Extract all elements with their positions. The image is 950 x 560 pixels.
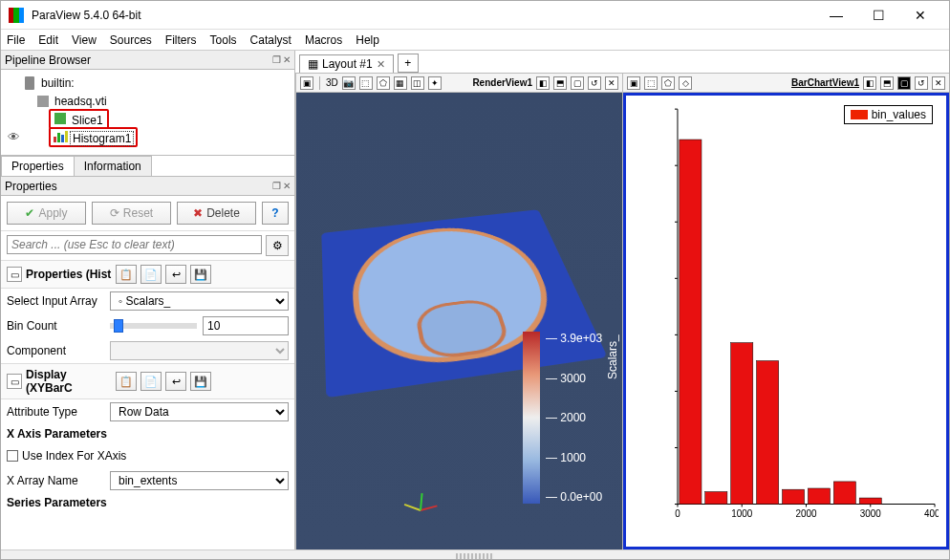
orientation-axes-icon[interactable]	[401, 483, 440, 521]
menu-macros[interactable]: Macros	[305, 33, 342, 47]
select-frustum-icon[interactable]: ◫	[411, 76, 424, 90]
section-properties-header[interactable]: ▭ Properties (Hist 📋 📄 ↩ 💾	[1, 260, 294, 289]
select-poly-icon[interactable]: ⬠	[377, 76, 390, 90]
panel-float-icon[interactable]: ❐	[272, 54, 281, 65]
svg-rect-30	[731, 343, 753, 505]
select-point-icon[interactable]: ✦	[428, 76, 442, 90]
menu-sources[interactable]: Sources	[110, 33, 152, 47]
gear-icon: ⚙	[272, 239, 283, 252]
search-options-button[interactable]: ⚙	[266, 235, 289, 256]
menu-help[interactable]: Help	[356, 33, 379, 47]
bin-count-input[interactable]	[203, 316, 289, 335]
save-button[interactable]: 💾	[190, 265, 211, 284]
tab-information[interactable]: Information	[74, 156, 152, 176]
use-index-checkbox[interactable]: Use Index For XAxis	[7, 449, 126, 463]
panel-close-icon[interactable]: ✕	[283, 54, 291, 65]
legend-swatch	[851, 110, 868, 119]
svg-rect-31	[757, 361, 779, 505]
maximize-icon[interactable]: ▢	[897, 76, 911, 90]
attribute-type-row: Attribute Type Row Data	[1, 399, 294, 424]
svg-text:4000: 4000	[924, 508, 939, 519]
render-view: ▣ 3D 📷 ⬚ ⬠ ▦ ◫ ✦ RenderView1 ◧ ⬒ ▢ ↺ ✕	[295, 74, 622, 549]
pipeline-item-builtin[interactable]: builtin:	[5, 74, 291, 92]
maximize-icon[interactable]: ▢	[571, 76, 584, 90]
attribute-type-dropdown[interactable]: Row Data	[110, 402, 289, 421]
menu-catalyst[interactable]: Catalyst	[250, 33, 291, 47]
panel-float-icon[interactable]: ❐	[272, 181, 281, 191]
pipeline-item-headsq[interactable]: headsq.vti	[5, 92, 291, 110]
layout-tabbar: ▦ Layout #1 ✕ +	[295, 51, 949, 74]
colorbar-gradient	[523, 332, 540, 504]
split-v-icon[interactable]: ⬒	[880, 76, 894, 90]
component-dropdown[interactable]	[110, 341, 289, 360]
collapse-icon[interactable]: ▭	[7, 267, 22, 282]
svg-rect-32	[782, 489, 804, 504]
save-button[interactable]: 💾	[190, 372, 211, 391]
pipeline-item-histogram1[interactable]: 👁 Histogram1	[5, 128, 291, 146]
deselect-icon[interactable]: ◇	[679, 76, 692, 90]
copy-button[interactable]: 📋	[116, 372, 137, 391]
close-view-icon[interactable]: ✕	[932, 76, 945, 90]
window-close-button[interactable]: ✕	[899, 2, 941, 29]
split-h-icon[interactable]: ◧	[536, 76, 550, 90]
paste-button[interactable]: 📄	[140, 265, 162, 284]
close-view-icon[interactable]: ✕	[605, 76, 618, 90]
chart-legend: bin_values	[844, 105, 933, 124]
delete-button[interactable]: ✖Delete	[177, 202, 256, 225]
camera-icon[interactable]: 📷	[342, 76, 356, 90]
window-minimize-button[interactable]: —	[815, 2, 857, 29]
select-icon[interactable]: ⬚	[359, 76, 373, 90]
render-canvas[interactable]: 3.9e+03 3000 2000 1000 0.0e+00 Scalars_	[296, 93, 622, 549]
close-icon[interactable]: ✕	[377, 58, 385, 71]
menu-tools[interactable]: Tools	[210, 33, 237, 47]
menu-file[interactable]: File	[7, 33, 25, 47]
pipeline-tree: builtin: headsq.vti Slice1 👁 Histogram1	[1, 70, 294, 150]
window-maximize-button[interactable]: ☐	[857, 2, 899, 29]
visibility-eye-icon[interactable]: 👁	[5, 130, 22, 144]
panel-close-icon[interactable]: ✕	[283, 181, 291, 191]
x-array-name-dropdown[interactable]: bin_extents	[110, 471, 289, 490]
select-rect-icon[interactable]: ⬚	[644, 76, 658, 90]
split-h-icon[interactable]: ◧	[863, 76, 876, 90]
section-display-header[interactable]: ▭ Display (XYBarC 📋 📄 ↩ 💾	[1, 363, 294, 399]
splitter-grip-icon[interactable]	[456, 553, 494, 559]
reset-button[interactable]: ⟳Reset	[92, 202, 171, 225]
restore-button[interactable]: ↩	[165, 265, 186, 284]
tab-properties[interactable]: Properties	[1, 156, 75, 176]
cube-icon	[53, 111, 68, 126]
pipeline-browser-panel: Pipeline Browser ❐✕ builtin: headsq.vti …	[1, 51, 294, 156]
restore-icon[interactable]: ↺	[588, 76, 601, 90]
menu-filters[interactable]: Filters	[165, 33, 197, 47]
apply-button[interactable]: ✔Apply	[7, 202, 86, 225]
menu-view[interactable]: View	[72, 33, 97, 47]
menu-edit[interactable]: Edit	[38, 33, 58, 47]
copy-button[interactable]: 📋	[116, 265, 137, 284]
svg-text:2000: 2000	[796, 508, 817, 519]
split-v-icon[interactable]: ⬒	[553, 76, 567, 90]
select-block-icon[interactable]: ▦	[394, 76, 407, 90]
pick-icon[interactable]: ▣	[627, 76, 640, 90]
properties-search-input[interactable]	[7, 235, 262, 254]
window-title: ParaView 5.4.0 64-bit	[32, 9, 815, 22]
layout-add-button[interactable]: +	[398, 54, 419, 73]
colorbar-title: Scalars_	[606, 334, 619, 379]
histogram-icon	[53, 129, 68, 144]
app-logo-icon	[9, 8, 24, 23]
properties-panel: ✔Apply ⟳Reset ✖Delete ? ⚙ ▭ Properties (…	[1, 196, 294, 549]
paste-button[interactable]: 📄	[140, 372, 162, 391]
barchart-canvas[interactable]: bin_values 05000100001500020000250003000…	[623, 93, 949, 549]
help-button[interactable]: ?	[262, 202, 289, 225]
bin-count-slider[interactable]	[110, 323, 197, 329]
pick-icon[interactable]: ▣	[300, 76, 313, 90]
layout-tab-1[interactable]: ▦ Layout #1 ✕	[299, 54, 394, 73]
mode-3d-button[interactable]: 3D	[326, 77, 338, 88]
select-input-array-dropdown[interactable]: ◦ Scalars_	[110, 291, 289, 311]
collapse-icon[interactable]: ▭	[7, 374, 22, 389]
server-icon	[22, 75, 37, 91]
restore-icon[interactable]: ↺	[915, 76, 928, 90]
select-poly-icon[interactable]: ⬠	[661, 76, 675, 90]
color-legend[interactable]: 3.9e+03 3000 2000 1000 0.0e+00 Scalars_	[523, 332, 609, 504]
restore-button[interactable]: ↩	[165, 372, 186, 391]
window-titlebar: ParaView 5.4.0 64-bit — ☐ ✕	[1, 1, 949, 30]
pipeline-item-slice1[interactable]: Slice1	[5, 110, 291, 128]
